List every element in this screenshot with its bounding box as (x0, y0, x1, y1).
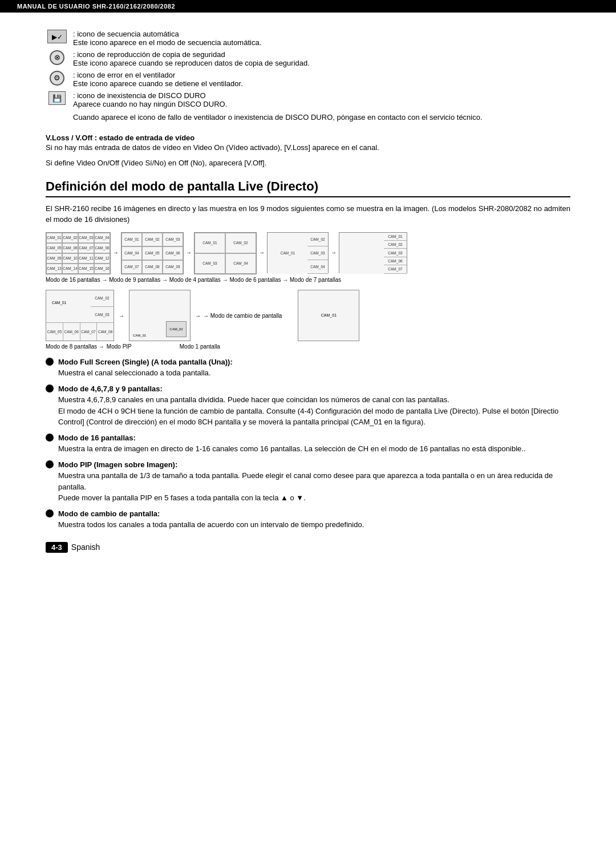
grid8-cam01-label: CAM_01 (52, 301, 66, 305)
grid-7: CAM_01 CAM_02 CAM_03 CAM_06 CAM_07 (339, 232, 407, 273)
bullet-dot-2 (46, 384, 54, 392)
hdd-warning-text: Cuando aparece el icono de fallo de vent… (73, 112, 570, 123)
grid8-tr-cam02: CAM_02 (91, 290, 114, 307)
grid-6-side-cam02: CAM_02 (307, 233, 328, 246)
mode-caption-2: Modo de 8 pantallas → Modo PIP Modo 1 pa… (46, 343, 570, 350)
cell-cam14: CAM_14 (62, 264, 78, 274)
cell-cam16: CAM_16 (94, 264, 110, 274)
modo-cambio-label: → Modo de cambio de pantalla (203, 313, 282, 319)
cell-cam12: CAM_12 (94, 253, 110, 264)
section-intro: El SHR-2160 recibe 16 imágenes en direct… (46, 203, 570, 225)
cell-cam05: CAM_05 (46, 243, 62, 253)
header-text: MANUAL DE USUARIO SHR-2160/2162/2080/208… (17, 3, 175, 10)
icon-row-hdd: 💾 : icono de inexistencia de DISCO DURO … (46, 91, 570, 108)
cell-9-cam09: CAM_09 (163, 260, 183, 274)
arrow-pip-section: → → Modo de cambio de pantalla (195, 290, 282, 319)
grid8-topleft (46, 290, 92, 323)
bullet-16screen-text: Muestra la entra de imagen en directo de… (58, 444, 526, 453)
diagram-pip: CAM_01 CAM_02 (129, 290, 191, 341)
bullet-pip: Modo PIP (Imagen sobre Imagen): Muestra … (46, 459, 570, 504)
grid-7-side-cam02: CAM_02 (384, 241, 407, 249)
icon-hdd-colon: : icono de inexistencia de DISCO DURO (73, 91, 206, 100)
cell-9-cam08: CAM_08 (142, 260, 163, 274)
grid-9: CAM_01 CAM_02 CAM_03 CAM_04 CAM_05 CAM_0… (121, 232, 184, 274)
footer-badge: 4-3 (46, 542, 68, 553)
bullet-fullscreen-text: Muestra el canal seleccionado a toda pan… (58, 369, 210, 377)
grid-6-main-cell: CAM_01 (268, 233, 309, 274)
grid-7-main-cell (339, 233, 385, 274)
icon-backup-desc: Este icono aparece cuando se reproducen … (73, 59, 310, 67)
icon-fan-desc: Este icono aparece cuando se detiene el … (73, 79, 243, 88)
pip-small-cam02: CAM_02 (166, 321, 187, 337)
bullet-multisplit: Modo de 4,6,7,8 y 9 pantallas: Muestra 4… (46, 383, 570, 428)
bullet-list: Modo Full Screen (Single) (A toda pantal… (46, 357, 570, 531)
footer-text: Spanish (71, 543, 100, 552)
bullet-dot-3 (46, 434, 54, 442)
mode-caption-2-part3: Modo 1 pantalla (180, 343, 220, 350)
cell-cam11: CAM_11 (78, 253, 94, 264)
cell-cam03: CAM_03 (78, 233, 94, 243)
grid8-b4: CAM_08 (97, 322, 114, 341)
mode-caption-1: Modo de 16 pantallas → Modo de 9 pantall… (46, 277, 570, 283)
grid-6-side-cam04: CAM_04 (307, 260, 328, 274)
pip-cam01-label: CAM_01 (133, 334, 146, 337)
cell-9-cam05: CAM_05 (142, 246, 163, 260)
cell-4-cam04: CAM_04 (225, 253, 256, 274)
bullet-cambio: Modo de cambio de pantalla: Muestra todo… (46, 508, 570, 531)
bullet-pip-title: Modo PIP (Imagen sobre Imagen): (58, 460, 177, 469)
section-title: Definición del modo de pantalla Live (Di… (46, 179, 570, 197)
mode-caption-2-pip: Modo PIP (107, 343, 132, 350)
grid1-cam01-label: CAM_01 (321, 313, 337, 317)
grid-1: CAM_01 (298, 290, 359, 341)
grid8-tr-cam03: CAM_03 (91, 307, 114, 323)
arrow-pip-to-cambio: → → Modo de cambio de pantalla (195, 313, 282, 319)
cell-4-cam02: CAM_02 (225, 233, 256, 253)
arrow-4to6: → (259, 249, 265, 256)
diagram-16split: CAM_01 CAM_02 CAM_03 CAM_04 CAM_05 CAM_0… (46, 232, 111, 274)
grid8-topright: CAM_02 CAM_03 (91, 290, 114, 323)
cell-cam04: CAM_04 (94, 233, 110, 243)
icons-section: ▶✓ : icono de secuencia automática Este … (46, 30, 570, 123)
bullet-fullscreen: Modo Full Screen (Single) (A toda pantal… (46, 357, 570, 379)
cell-4-cam03: CAM_03 (194, 253, 225, 274)
arrow-6to7: → (331, 249, 337, 256)
diagram-9split: CAM_01 CAM_02 CAM_03 CAM_04 CAM_05 CAM_0… (121, 232, 184, 274)
grid8-bottom-row: CAM_05 CAM_06 CAM_07 CAM_08 (46, 322, 114, 341)
grid-7-side-cam06: CAM_06 (384, 257, 407, 265)
diagram-8split: CAM_02 CAM_03 CAM_01 CAM_05 CAM_06 CAM_0… (46, 290, 114, 341)
icon-sequence-colon: : icono de secuencia automática (73, 30, 179, 38)
cell-cam13: CAM_13 (46, 264, 62, 274)
diagram-1pantalla: CAM_01 (298, 290, 359, 341)
pip-diagram: CAM_01 CAM_02 (129, 290, 191, 341)
icon-row-backup: ⊗ : icono de reproducción de copia de se… (46, 50, 570, 67)
diagram-6split: CAM_01 CAM_02 CAM_03 CAM_04 (267, 232, 329, 273)
diagram-4split: CAM_01 CAM_02 CAM_03 CAM_04 (194, 232, 257, 274)
bullet-dot-5 (46, 509, 54, 517)
icon-fan-colon: : icono de error en el ventilador (73, 71, 175, 79)
sequence-icon: ▶✓ (46, 30, 68, 43)
cell-cam15: CAM_15 (78, 264, 94, 274)
icon-sequence-desc: Este icono aparece en el modo de secuenc… (73, 38, 261, 47)
cell-9-cam01: CAM_01 (121, 233, 142, 246)
grid-6-side: CAM_02 CAM_03 CAM_04 (307, 233, 328, 274)
bullet-dot-1 (46, 358, 54, 366)
bullet-dot-4 (46, 460, 54, 468)
icon-row-sequence: ▶✓ : icono de secuencia automática Este … (46, 30, 570, 47)
bullet-multisplit-text: Muestra 4,6,7,8,9 canales en una pantall… (58, 395, 558, 426)
icon-row-fan: ⚙ : icono de error en el ventilador Este… (46, 71, 570, 88)
grid-4: CAM_01 CAM_02 CAM_03 CAM_04 (194, 232, 257, 274)
fan-icon: ⚙ (46, 71, 68, 86)
grid8-b3: CAM_07 (80, 322, 98, 341)
vloss-title: V.Loss / V.Off : estado de entrada de ví… (46, 133, 570, 142)
icon-backup-colon: : icono de reproducción de copia de segu… (73, 50, 225, 59)
cell-cam02: CAM_02 (62, 233, 78, 243)
arrow-9to4: → (186, 249, 192, 256)
grid-8: CAM_02 CAM_03 CAM_01 CAM_05 CAM_06 CAM_0… (46, 290, 114, 341)
vloss-text2: Si define Video On/Off (Vídeo Sí/No) en … (46, 157, 570, 169)
diagrams-row-1: CAM_01 CAM_02 CAM_03 CAM_04 CAM_05 CAM_0… (46, 232, 570, 274)
grid8-b1: CAM_05 (46, 322, 63, 341)
cell-9-cam04: CAM_04 (121, 246, 142, 260)
cell-9-cam07: CAM_07 (121, 260, 142, 274)
cell-cam10: CAM_10 (62, 253, 78, 264)
bullet-cambio-title: Modo de cambio de pantalla: (58, 509, 160, 518)
